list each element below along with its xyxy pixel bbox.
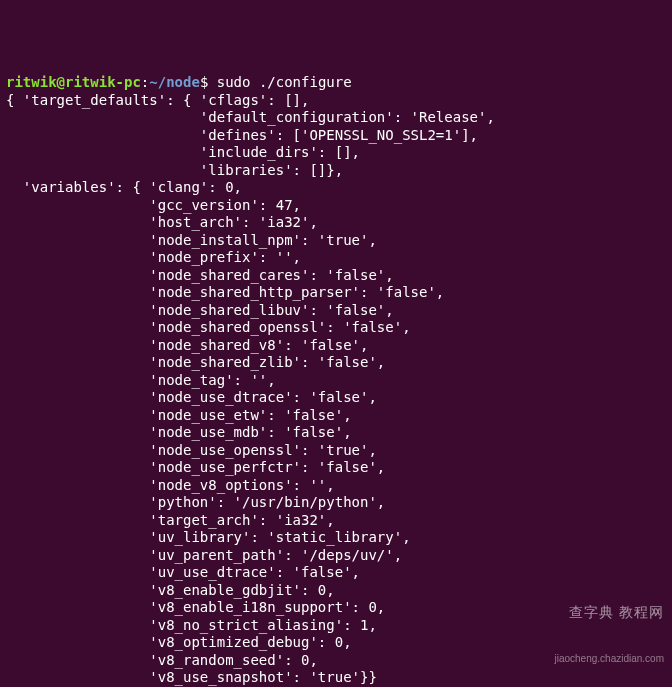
prompt-user-host: ritwik@ritwik-pc — [6, 74, 141, 90]
prompt-path: ~/node — [149, 74, 200, 90]
watermark-title: 查字典 教程网 — [554, 603, 664, 621]
command-text: sudo ./configure — [217, 74, 352, 90]
watermark: 查字典 教程网 jiaocheng.chazidian.com — [554, 572, 664, 681]
output-lines: { 'target_defaults': { 'cflags': [], 'de… — [6, 92, 495, 688]
watermark-url: jiaocheng.chazidian.com — [554, 652, 664, 665]
prompt-symbol: $ — [200, 74, 208, 90]
